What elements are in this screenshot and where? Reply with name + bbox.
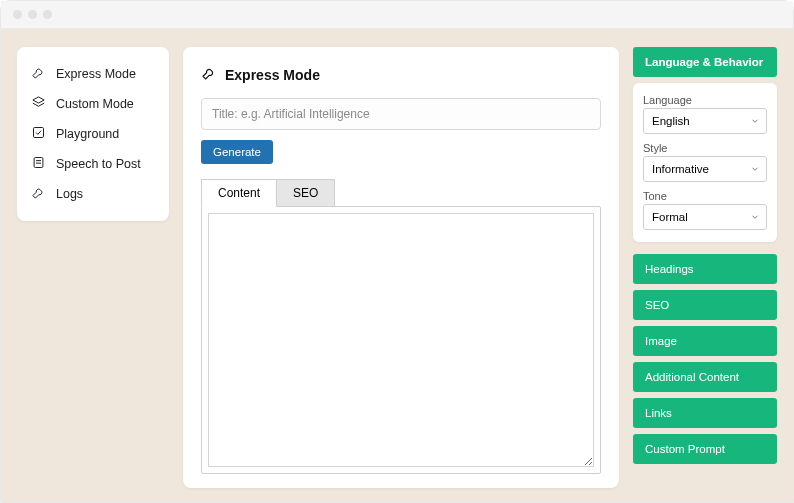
sidebar-item-label: Playground (56, 127, 119, 141)
page-title-text: Express Mode (225, 67, 320, 83)
sidebar-item-label: Custom Mode (56, 97, 134, 111)
browser-frame: Express Mode Custom Mode Playground Spee… (0, 0, 794, 503)
title-input[interactable] (201, 98, 601, 130)
right-column: Language & Behavior Language English Sty… (633, 47, 777, 488)
panel-additional-content[interactable]: Additional Content (633, 362, 777, 392)
checkbox-icon (31, 125, 46, 143)
panel-seo[interactable]: SEO (633, 290, 777, 320)
style-label: Style (643, 142, 767, 154)
main-panel: Express Mode Generate Content SEO (183, 47, 619, 488)
window-dot (43, 10, 52, 19)
window-titlebar (1, 1, 793, 29)
panel-links[interactable]: Links (633, 398, 777, 428)
tab-content[interactable]: Content (201, 179, 277, 207)
tab-seo[interactable]: SEO (277, 179, 335, 207)
content-editor-wrapper (201, 206, 601, 474)
layers-icon (31, 95, 46, 113)
panel-image[interactable]: Image (633, 326, 777, 356)
sidebar-item-label: Speech to Post (56, 157, 141, 171)
window-dot (28, 10, 37, 19)
page-title: Express Mode (201, 65, 601, 84)
sidebar: Express Mode Custom Mode Playground Spee… (17, 47, 169, 221)
wrench-icon (31, 65, 46, 83)
svg-rect-1 (34, 158, 43, 168)
document-icon (31, 155, 46, 173)
svg-rect-0 (34, 128, 44, 138)
panel-language-behavior-header[interactable]: Language & Behavior (633, 47, 777, 77)
panel-language-behavior-body: Language English Style Informative Tone (633, 83, 777, 242)
app-body: Express Mode Custom Mode Playground Spee… (1, 29, 793, 502)
sidebar-item-speech-to-post[interactable]: Speech to Post (27, 149, 159, 179)
sidebar-item-custom-mode[interactable]: Custom Mode (27, 89, 159, 119)
generate-button[interactable]: Generate (201, 140, 273, 164)
panel-headings[interactable]: Headings (633, 254, 777, 284)
language-label: Language (643, 94, 767, 106)
tone-label: Tone (643, 190, 767, 202)
content-editor[interactable] (208, 213, 594, 467)
sidebar-item-label: Logs (56, 187, 83, 201)
language-select[interactable]: English (643, 108, 767, 134)
panel-custom-prompt[interactable]: Custom Prompt (633, 434, 777, 464)
sidebar-item-label: Express Mode (56, 67, 136, 81)
sidebar-item-logs[interactable]: Logs (27, 179, 159, 209)
wrench-icon (201, 65, 217, 84)
style-select[interactable]: Informative (643, 156, 767, 182)
wrench-icon (31, 185, 46, 203)
tone-select[interactable]: Formal (643, 204, 767, 230)
tabs: Content SEO (201, 178, 601, 206)
sidebar-item-express-mode[interactable]: Express Mode (27, 59, 159, 89)
window-dot (13, 10, 22, 19)
sidebar-item-playground[interactable]: Playground (27, 119, 159, 149)
